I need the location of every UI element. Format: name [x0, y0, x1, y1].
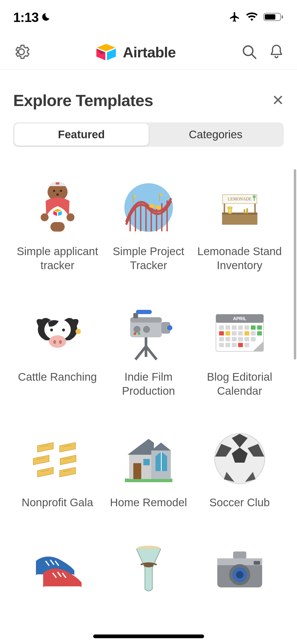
airplane-mode-icon	[229, 11, 241, 24]
svg-rect-86	[238, 337, 243, 341]
brand-name: Airtable	[123, 44, 176, 61]
svg-rect-85	[232, 337, 237, 341]
svg-rect-81	[251, 331, 256, 335]
svg-rect-75	[257, 325, 262, 330]
svg-point-60	[138, 332, 140, 335]
status-time: 1:13	[13, 10, 39, 25]
svg-marker-99	[33, 455, 49, 465]
svg-rect-2	[282, 15, 283, 19]
svg-rect-82	[257, 331, 262, 335]
svg-point-49	[49, 335, 66, 348]
tab-featured[interactable]: Featured	[14, 123, 149, 146]
svg-point-50	[53, 340, 56, 344]
svg-line-8	[252, 54, 256, 58]
svg-rect-1	[265, 14, 275, 20]
film-camera-icon	[122, 307, 175, 360]
svg-point-139	[236, 571, 243, 578]
svg-text:APRIL: APRIL	[233, 316, 246, 321]
svg-rect-92	[238, 343, 243, 347]
app-header: Airtable	[0, 35, 297, 70]
carafe-icon	[122, 544, 175, 597]
template-label: Blog Editorial Calendar	[197, 370, 282, 398]
roller-coaster-icon	[122, 181, 175, 234]
svg-rect-78	[232, 331, 237, 335]
svg-rect-107	[125, 479, 172, 482]
svg-point-48	[62, 329, 65, 332]
template-cattle-ranching[interactable]: Cattle Ranching	[13, 307, 102, 398]
template-simple-project-tracker[interactable]: Simple Project Tracker	[104, 181, 193, 272]
template-label: Home Remodel	[110, 496, 187, 510]
scroll-indicator[interactable]	[294, 169, 296, 360]
svg-point-12	[60, 190, 62, 192]
battery-icon	[263, 12, 284, 23]
svg-marker-101	[60, 455, 76, 465]
svg-point-52	[76, 329, 81, 334]
svg-rect-128	[43, 586, 81, 590]
svg-rect-45	[254, 198, 255, 201]
calendar-april-icon: APRIL	[213, 307, 266, 360]
svg-line-64	[135, 346, 146, 360]
svg-marker-111	[151, 443, 171, 450]
wifi-icon	[246, 12, 258, 23]
template-lemonade-stand-inventory[interactable]: LEMONADE Lemonade Stand Inventory	[195, 181, 284, 272]
svg-rect-56	[133, 313, 138, 318]
svg-rect-89	[219, 343, 224, 347]
svg-rect-40	[222, 213, 257, 215]
template-soccer-club[interactable]: Soccer Club	[195, 432, 284, 510]
svg-marker-108	[128, 439, 154, 455]
svg-point-58	[143, 326, 150, 333]
brand: Airtable	[95, 42, 176, 62]
svg-line-65	[146, 346, 157, 360]
search-icon[interactable]	[241, 43, 258, 62]
sneakers-icon	[31, 544, 84, 597]
svg-rect-80	[244, 331, 249, 335]
svg-rect-134	[233, 551, 246, 559]
svg-rect-77	[225, 331, 230, 335]
svg-point-18	[41, 213, 49, 221]
close-icon[interactable]	[272, 94, 284, 107]
cow-icon	[31, 307, 84, 360]
template-label: Soccer Club	[209, 496, 270, 510]
svg-marker-95	[37, 443, 53, 452]
tab-categories[interactable]: Categories	[149, 123, 283, 146]
photo-camera-icon	[213, 544, 266, 597]
svg-rect-84	[225, 337, 230, 341]
svg-rect-10	[56, 182, 59, 185]
svg-rect-70	[225, 325, 230, 330]
svg-rect-116	[143, 459, 150, 465]
svg-rect-39	[222, 214, 257, 225]
template-indie-film-production[interactable]: Indie Film Production	[104, 307, 193, 398]
home-indicator[interactable]	[93, 634, 204, 638]
do-not-disturb-icon	[41, 12, 51, 23]
template-item-12[interactable]	[195, 544, 284, 608]
svg-rect-83	[219, 337, 224, 341]
notifications-icon[interactable]	[268, 43, 284, 61]
status-bar: 1:13	[0, 0, 297, 35]
page-title: Explore Templates	[13, 91, 153, 110]
svg-point-47	[50, 329, 53, 332]
svg-point-41	[228, 207, 232, 208]
template-label: Nonprofit Gala	[22, 496, 93, 510]
svg-rect-93	[244, 343, 249, 347]
lemonade-stand-icon: LEMONADE	[213, 181, 266, 234]
gold-cards-icon	[31, 432, 84, 485]
template-item-10[interactable]	[13, 544, 102, 608]
svg-point-51	[59, 340, 62, 344]
template-item-11[interactable]	[104, 544, 193, 608]
template-simple-applicant-tracker[interactable]: Simple applicant tracker	[13, 181, 102, 272]
svg-rect-55	[136, 310, 152, 314]
svg-rect-90	[225, 343, 230, 347]
settings-icon[interactable]	[13, 43, 30, 62]
segmented-control: Featured Categories	[13, 122, 284, 147]
templates-grid: Simple applicant tracker	[13, 181, 284, 608]
svg-point-13	[56, 194, 59, 196]
template-blog-editorial-calendar[interactable]: APRIL	[195, 307, 284, 398]
svg-rect-31	[159, 194, 160, 201]
template-label: Lemonade Stand Inventory	[197, 245, 282, 272]
svg-point-11	[53, 190, 55, 192]
template-home-remodel[interactable]: Home Remodel	[104, 432, 193, 510]
template-label: Indie Film Production	[106, 370, 191, 398]
template-nonprofit-gala[interactable]: Nonprofit Gala	[13, 432, 102, 510]
svg-rect-79	[238, 331, 243, 335]
svg-rect-69	[219, 325, 224, 330]
